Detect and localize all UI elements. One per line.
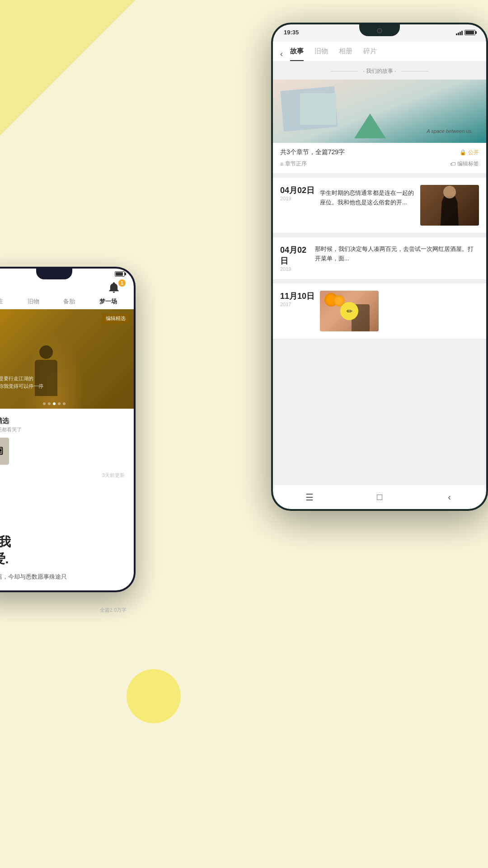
editor-picks-thumb: ⌨ (0, 438, 9, 465)
entry-day-2: 04月02日 (280, 245, 310, 266)
entry-content-1: 学生时期的恋情通常都是连在一起的座位。我和他也是这么俗套的开... (320, 185, 415, 208)
bg-text-body: 眼中笑不离，今却与悉数愿事殊途只 (0, 571, 127, 582)
entry-day-3: 11月10日 (280, 291, 314, 302)
right-nav: ‹ 故事 旧物 相册 碎片 (273, 42, 486, 61)
entry-year-2: 2019 (280, 266, 310, 272)
entry-date-1: 04月02日 2019 (280, 185, 314, 201)
tag-icon: 🏷 (450, 161, 455, 167)
entry-card-2[interactable]: 04月02日 2019 那时候，我们决定每人凑两百元，去尝试一次网红居酒屋。打开… (273, 237, 486, 279)
tab-old[interactable]: 旧物 (314, 47, 328, 61)
bg-text-more: 天。 (0, 585, 127, 592)
menu-button[interactable]: ☰ (300, 487, 319, 507)
signal-bar-3 (460, 32, 461, 35)
battery-icon-right (465, 30, 475, 35)
lock-icon: 🔒 (460, 149, 466, 156)
left-tab-backup[interactable]: 备胎 (62, 296, 76, 307)
signal-bar-1 (456, 33, 457, 35)
story-order[interactable]: ≡ 章节正序 (280, 160, 307, 168)
entry-date-2: 04月02日 2019 (280, 245, 310, 272)
story-meta: 共3个章节，全篇729字 🔒 公开 ≡ 章节正序 🏷 (273, 143, 486, 173)
entry-text-2: 那时候，我们决定每人凑两百元，去尝试一次网红居酒屋。打开菜单，面... (315, 245, 479, 272)
background-text-block: 关于我 x的爱. 眼中笑不离，今却与悉数愿事殊途只 天。 暗恋 全篇2.0万字 (0, 533, 127, 604)
tab-story[interactable]: 故事 (290, 47, 304, 61)
entry-year-3: 2017 (280, 302, 314, 307)
edit-fab[interactable]: ✏ (340, 302, 358, 320)
entry-text-1: 学生时期的恋情通常都是连在一起的座位。我和他也是这么俗套的开... (320, 189, 415, 208)
back-button[interactable]: ‹ (280, 49, 283, 59)
section-line-left (331, 71, 358, 71)
story-chapter-count: 共3个章节，全篇729字 (280, 148, 345, 156)
typewriter-icon: ⌨ (0, 438, 9, 465)
right-nav-tabs: 故事 旧物 相册 碎片 (290, 47, 377, 61)
editor-picks-section: 编辑精选 小编花花都看哭了 ⌨ (0, 412, 134, 469)
banner-dot-3 (53, 402, 56, 405)
update-time: 3天前更新 (102, 472, 125, 479)
section-header: · 我们的故事 · (273, 61, 486, 80)
bg-text-title: 关于我 x的爱. (0, 533, 127, 568)
banner-dots (43, 402, 66, 405)
story-cover-text: A space between us. (427, 128, 473, 134)
story-public-badge: 🔒 公开 (460, 149, 479, 156)
banner-dot-2 (48, 402, 51, 405)
entry-card-1[interactable]: 04月02日 2019 学生时期的恋情通常都是连在一起的座位。我和他也是这么俗套… (273, 178, 486, 233)
story-edit-tag[interactable]: 🏷 编辑标签 (450, 160, 479, 168)
entry-day-1: 04月02日 (280, 185, 314, 196)
status-time: 19:35 (284, 29, 299, 36)
signal-icon (456, 30, 463, 35)
entry-thumb-img-1 (420, 185, 479, 226)
entry-date-3: 11月10日 2017 (280, 291, 314, 331)
banner-dot-1 (43, 402, 46, 405)
entry-year-1: 2019 (280, 196, 314, 201)
bg-word-count: 全篇2.0万字 (100, 607, 127, 613)
phone-right: 19:35 ‹ 故事 旧物 相册 (271, 23, 488, 511)
left-tab-old[interactable]: 旧物 (27, 296, 40, 307)
bottom-nav: ☰ □ ‹ (275, 485, 484, 509)
back-nav-button[interactable]: ‹ (440, 487, 460, 507)
status-bar-left (115, 271, 125, 277)
notch-left (36, 269, 72, 279)
right-content-scroll: ‹ 故事 旧物 相册 碎片 · 我们的故事 · (273, 42, 486, 485)
signal-bar-2 (458, 33, 459, 35)
bg-decoration-circle (127, 669, 181, 723)
entry-card-3[interactable]: 11月10日 2017 ✏ (273, 283, 486, 339)
signal-bar-4 (461, 31, 463, 35)
left-banner: 编辑精选 我本来是要行走江湖的 可遇见你我觉得可以停一停 (0, 309, 134, 409)
left-tab-follow[interactable]: 关注 (0, 296, 4, 307)
entry-thumb-1 (420, 185, 479, 226)
editor-picks-card[interactable]: ⌨ (0, 438, 127, 465)
status-bar-right: 19:35 (284, 29, 475, 36)
notification-bell[interactable]: 1 (108, 281, 124, 297)
banner-label: 编辑精选 (102, 314, 129, 323)
section-title-text: · 我们的故事 · (363, 67, 396, 75)
banner-text: 我本来是要行走江湖的 可遇见你我觉得可以停一停 (0, 375, 43, 391)
editor-picks-title: 编辑精选 (0, 417, 127, 425)
battery-icon-left (115, 271, 125, 277)
banner-dot-5 (63, 402, 66, 405)
notification-badge: 1 (118, 279, 126, 287)
bg-decoration-topleft (0, 0, 136, 136)
tab-fragment[interactable]: 碎片 (363, 47, 377, 61)
story-cover-image: A space between us. (273, 80, 486, 143)
story-card[interactable]: A space between us. 共3个章节，全篇729字 🔒 公开 ≡ … (273, 80, 486, 173)
entry-thumb-3: ✏ (320, 291, 379, 331)
home-button[interactable]: □ (370, 487, 389, 507)
editor-picks-subtitle: 小编花花都看哭了 (0, 426, 127, 433)
banner-dot-4 (58, 402, 61, 405)
section-line-right (401, 71, 428, 71)
order-icon: ≡ (280, 161, 283, 167)
status-icons (456, 30, 475, 35)
tab-album[interactable]: 相册 (339, 47, 352, 61)
